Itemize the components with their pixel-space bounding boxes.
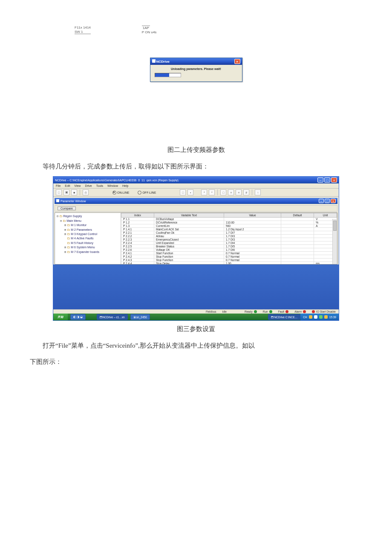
dialog-body: Unloading parameters. Please wait! — [150, 65, 242, 81]
body-text-2b: 下图所示： — [30, 355, 362, 368]
subwindow-icon — [56, 199, 59, 202]
tb-icon-g[interactable]: ↑ — [255, 189, 261, 195]
tray-icon[interactable] — [324, 315, 328, 319]
taskbar-app-ncdrive[interactable]: 🗔 NCDrive – c1…xn — [97, 314, 128, 320]
notation-right: 1AP P ON u4s — [142, 26, 157, 34]
sub-close-icon[interactable]: × — [331, 199, 336, 203]
taskbar-app-ncdrive-2[interactable]: 🗔 NCDrive C:\NCE… — [268, 314, 300, 320]
tray-clock: 15:39 — [329, 316, 336, 319]
subwindow-titlebar: Parameter Window – □ × — [55, 198, 337, 204]
caption-fig3: 图三参数设置 — [30, 325, 362, 333]
close-icon[interactable]: × — [331, 177, 337, 183]
table-row[interactable]: P 1.3CurrentLim560A — [121, 224, 337, 228]
status-fieldbus: Fieldbus — [205, 310, 218, 313]
menu-drive[interactable]: Drive — [85, 184, 92, 187]
minimize-icon[interactable]: – — [317, 177, 323, 183]
upload-dialog-window: NCDrive × Unloading parameters. Please w… — [150, 58, 242, 82]
menu-file[interactable]: File — [56, 184, 61, 187]
status-bar: Fieldbus Idle Ready Run Fault Alarm IO S… — [53, 309, 339, 314]
system-tray[interactable]: CH 15:39 — [300, 314, 339, 320]
menu-window[interactable]: Window — [107, 184, 118, 187]
close-icon[interactable]: × — [234, 59, 240, 64]
windows-taskbar: 开始 ◐ ◑ ◒ 🗔 NCDrive – c1…xn 🗎 sn_2450 🗔 N… — [53, 314, 339, 320]
upload-icon[interactable]: □ — [180, 189, 186, 195]
grid-header[interactable]: Default — [281, 213, 314, 218]
app-titlebar: NCDrive – C:\NCEngine\Applications\Gener… — [53, 177, 339, 183]
compare-bar: Compare — [55, 205, 337, 212]
radio-offline[interactable]: OFF-LINE — [138, 191, 156, 195]
table-row[interactable]: P 2.4.4Stop Delay1.00ms — [121, 262, 337, 264]
body-text-2a: 打开“File”菜单，点击“Serviceinfo”,那么开始从变流器中上传保护… — [30, 339, 362, 352]
save-file-icon[interactable]: ■ — [71, 189, 77, 195]
tb-icon-b[interactable]: * — [209, 189, 215, 195]
table-row[interactable]: P 1.2DCVoltReference110.00% — [121, 221, 337, 224]
document-page: F11x 1414 SW 1 1AP P ON u4s NCDrive × Un… — [0, 0, 392, 414]
tray-icon[interactable] — [319, 315, 323, 319]
status-idle: Idle — [221, 310, 228, 313]
grid-header[interactable]: Value — [224, 213, 281, 218]
header-notations: F11x 1414 SW 1 1AP P ON u4s — [30, 26, 362, 34]
status-fault: Fault — [277, 310, 290, 313]
download-icon[interactable]: ▪ — [187, 189, 193, 195]
menu-bar: File Edit View Drive Tools Window Help — [53, 183, 339, 189]
compare-button[interactable]: Compare — [58, 206, 76, 210]
toolbar: □ ▣ ■ ⎙ ON-LINE OFF-LINE □ ▪ * * □ ≡ ≡ #… — [53, 189, 339, 197]
new-file-icon[interactable]: □ — [56, 189, 62, 195]
print-icon[interactable]: ⎙ — [83, 189, 89, 195]
tb-icon-c[interactable]: □ — [220, 189, 226, 195]
tray-lang[interactable]: CH — [303, 316, 307, 319]
figure-app-window: NCDrive – C:\NCEngine\Applications\Gener… — [53, 176, 339, 321]
menu-view[interactable]: View — [74, 184, 81, 187]
nav-tree[interactable]: ⊟🗀 Regen Supply ⊟🗀 Main Menu ⊞🗀 M 1 Moni… — [55, 213, 121, 264]
tb-icon-e[interactable]: ≡ — [236, 189, 242, 195]
table-row[interactable]: P 2.2.4Unit Expanded1.7 DI4 — [121, 241, 337, 245]
grid-header[interactable]: Index — [121, 213, 154, 218]
grid-header[interactable]: Unit — [314, 213, 337, 218]
parameter-panel: ⊟🗀 Regen Supply ⊟🗀 Main Menu ⊞🗀 M 1 Moni… — [55, 212, 337, 264]
grid-header[interactable]: Variable Text — [154, 213, 224, 218]
table-row[interactable]: P 2.4.3Stop Function0.7 Normal — [121, 259, 337, 262]
caption-fig2: 图二上传变频器参数 — [30, 146, 362, 154]
start-button[interactable]: 开始 — [53, 314, 68, 320]
table-row[interactable]: P 1.1DCBusVoltageV — [121, 218, 337, 221]
table-row[interactable]: P 2.2.6Voltage OK1.7 DI6 — [121, 248, 337, 252]
vertical-scrollbar[interactable] — [332, 219, 337, 264]
tb-icon-d[interactable]: ≡ — [228, 189, 234, 195]
tb-icon-f[interactable]: # — [243, 189, 249, 195]
status-alarm: Alarm — [293, 310, 307, 313]
status-ready: Ready — [243, 310, 258, 313]
sub-maximize-icon[interactable]: □ — [325, 199, 330, 203]
menu-edit[interactable]: Edit — [65, 184, 70, 187]
parameter-grid[interactable]: IndexVariable TextValueDefaultUnit P 1.1… — [121, 213, 337, 264]
tray-icon[interactable] — [309, 315, 312, 319]
table-row[interactable]: P 2.2.3EmergencyClosed1.7 DI3 — [121, 238, 337, 241]
dialog-titlebar: NCDrive × — [150, 58, 242, 65]
tray-icon[interactable] — [314, 315, 317, 319]
table-row[interactable]: P 2.2.2Abbau1.7 DI3 — [121, 235, 337, 238]
maximize-icon[interactable]: □ — [324, 177, 330, 183]
taskbar-app-2[interactable]: 🗎 sn_2450 — [130, 314, 150, 320]
table-row[interactable]: P 2.2.1CoolingFan Ok1.7 DI7 — [121, 231, 337, 235]
radio-online[interactable]: ON-LINE — [112, 191, 129, 195]
table-row[interactable]: P 2.4.2Stop Function0.7 Normal — [121, 255, 337, 259]
window-buttons: – □ × — [317, 177, 337, 183]
quicklaunch-icon[interactable]: ◐ ◑ ◒ — [70, 314, 86, 320]
notation-left: F11x 1414 SW 1 — [75, 26, 91, 34]
sub-minimize-icon[interactable]: – — [319, 199, 324, 203]
table-row[interactable]: P 2.4.1Start Function0.7 Normal — [121, 252, 337, 255]
menu-help[interactable]: Help — [122, 184, 128, 187]
status-run: Run — [262, 310, 274, 313]
dialog-message: Unloading parameters. Please wait! — [155, 67, 238, 70]
progress-bar — [155, 73, 181, 77]
app-icon — [152, 59, 156, 63]
table-row[interactable]: P 2.2.5Breaker Status1.7 DI5 — [121, 245, 337, 248]
mdi-background — [53, 264, 339, 309]
table-row[interactable]: P 1.4.1MainCont ACK Sel1.2 Dig Input 2 — [121, 228, 337, 231]
body-text-1: 等待几分钟后，完成参数上传后，取得如以下图所示界面： — [30, 160, 362, 173]
menu-tools[interactable]: Tools — [96, 184, 103, 187]
subwindow-title: Parameter Window — [61, 200, 86, 203]
tb-icon-a[interactable]: * — [201, 189, 207, 195]
open-file-icon[interactable]: ▣ — [63, 189, 69, 195]
dialog-title: NCDrive — [156, 60, 170, 64]
app-title: NCDrive – C:\NCEngine\Applications\Gener… — [55, 179, 314, 182]
